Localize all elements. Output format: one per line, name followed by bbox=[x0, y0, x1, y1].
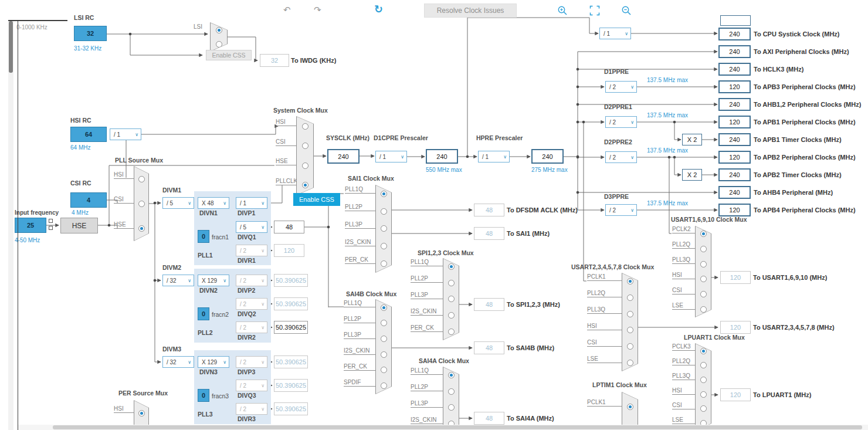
divr2-dropdown[interactable]: / 2∨ bbox=[236, 321, 267, 333]
divq3-dropdown[interactable]: / 2∨ bbox=[236, 380, 267, 391]
divp2-dropdown[interactable]: / 2∨ bbox=[236, 275, 267, 286]
mux-radio-CSI[interactable] bbox=[138, 201, 145, 207]
refresh-icon[interactable]: ↻ bbox=[374, 3, 383, 16]
resolve-clock-issues-button[interactable]: Resolve Clock Issues bbox=[424, 4, 517, 18]
dropdown-value: / 2 bbox=[236, 406, 261, 412]
mux-radio-HSI[interactable] bbox=[138, 176, 145, 182]
divp3-dropdown[interactable]: / 2∨ bbox=[236, 356, 267, 368]
hpre-dropdown[interactable]: / 1∨ bbox=[478, 151, 510, 162]
mux-radio-PCLK2[interactable] bbox=[700, 231, 707, 237]
enable-css-disabled-button[interactable]: Enable CSS bbox=[206, 50, 252, 60]
divm3-dropdown[interactable]: / 32∨ bbox=[162, 356, 194, 368]
fracn3-field[interactable]: 0 bbox=[198, 389, 209, 402]
lsi-rc-value[interactable]: 32 bbox=[74, 26, 107, 41]
hsi-rc-value[interactable]: 64 bbox=[70, 127, 107, 142]
mux-radio-HSE[interactable] bbox=[138, 225, 145, 232]
mux-radio-PER_CK[interactable] bbox=[381, 260, 387, 267]
vertical-scrollbar-thumb[interactable] bbox=[9, 21, 13, 73]
mux-radio-opt1[interactable] bbox=[216, 41, 222, 48]
mux-radio-PLL3P[interactable] bbox=[381, 336, 387, 342]
mux-radio-PLL2P[interactable] bbox=[448, 280, 455, 286]
mux-input-label: HSI bbox=[114, 171, 124, 178]
divq2-dropdown[interactable]: / 2∨ bbox=[236, 298, 267, 310]
mux-radio-PLL3P[interactable] bbox=[448, 296, 455, 302]
mux-radio-PLL2P[interactable] bbox=[381, 320, 387, 326]
mux-radio-SPDIF[interactable] bbox=[381, 382, 387, 389]
mux-radio-HSI[interactable] bbox=[627, 327, 633, 333]
hse-wire-handle-top[interactable] bbox=[49, 219, 53, 223]
csi-rc-value[interactable]: 4 bbox=[70, 192, 107, 208]
mux-radio-PLL2Q[interactable] bbox=[700, 362, 707, 368]
hsi-divider-dropdown[interactable]: / 1∨ bbox=[110, 128, 141, 140]
mux-radio-CSI[interactable] bbox=[700, 405, 707, 412]
mux-input-label: PCLK1 bbox=[587, 399, 606, 406]
horizontal-scrollbar-thumb[interactable] bbox=[53, 425, 862, 429]
mux-radio-I2S_CKIN[interactable] bbox=[381, 351, 387, 358]
zoom-in-icon[interactable] bbox=[557, 5, 568, 16]
mux-radio-PLL2Q[interactable] bbox=[700, 246, 707, 252]
mux-radio-PCLK3[interactable] bbox=[700, 348, 707, 354]
divr3-label: DIVR3 bbox=[238, 415, 256, 422]
enable-css-button[interactable]: Enable CSS bbox=[293, 193, 340, 206]
mux-radio-LSE[interactable] bbox=[700, 306, 707, 313]
zoom-out-icon[interactable] bbox=[621, 5, 632, 16]
mux-radio-opt0[interactable] bbox=[216, 27, 222, 33]
horizontal-scrollbar[interactable] bbox=[18, 425, 868, 430]
divm2-dropdown[interactable]: / 32∨ bbox=[162, 275, 194, 286]
divm1-dropdown[interactable]: / 5∨ bbox=[162, 197, 194, 209]
mux-radio-HSI[interactable] bbox=[700, 276, 707, 282]
hse-input-frequency-field[interactable]: 25 bbox=[15, 218, 46, 233]
mux-radio-PLL2P[interactable] bbox=[448, 388, 455, 395]
mux-radio-PER_CK[interactable] bbox=[448, 329, 455, 335]
fracn1-field[interactable]: 0 bbox=[198, 230, 209, 243]
divr3-dropdown[interactable]: / 2∨ bbox=[236, 403, 267, 415]
divn2-dropdown[interactable]: X 129∨ bbox=[198, 275, 229, 286]
mux-radio-LSE[interactable] bbox=[627, 360, 633, 366]
d2ppre1-dropdown[interactable]: / 2∨ bbox=[605, 116, 637, 128]
mux-radio-CSI[interactable] bbox=[302, 143, 308, 149]
mux-radio-CSI[interactable] bbox=[627, 343, 633, 350]
mux-radio-PLL2Q[interactable] bbox=[627, 294, 633, 301]
divn3-dropdown[interactable]: X 129∨ bbox=[198, 356, 229, 368]
mux-radio-PLL2P[interactable] bbox=[381, 208, 387, 215]
mux-radio-PLL3Q[interactable] bbox=[700, 377, 707, 383]
redo-icon[interactable]: ↷ bbox=[314, 5, 321, 15]
mux-radio-CSI[interactable] bbox=[700, 291, 707, 297]
mux-radio-PCLK1[interactable] bbox=[627, 404, 633, 410]
mux-radio-HSE[interactable] bbox=[302, 162, 308, 169]
mux-radio-PER_CK[interactable] bbox=[381, 367, 387, 373]
d1cpre-dropdown[interactable]: / 1∨ bbox=[375, 151, 407, 162]
divr1-dropdown[interactable]: / 2∨ bbox=[236, 245, 267, 256]
mux-input-label: I2S_CKIN bbox=[411, 308, 436, 315]
apb3-clock-value: 120 bbox=[718, 80, 751, 93]
d3ppre-dropdown[interactable]: / 2∨ bbox=[605, 204, 637, 216]
mux-radio-PLL1Q[interactable] bbox=[381, 191, 387, 197]
mux-radio-PLL3P[interactable] bbox=[381, 225, 387, 232]
mux-radio-PLLCLK[interactable] bbox=[302, 182, 308, 188]
divn1-dropdown[interactable]: X 48∨ bbox=[198, 197, 229, 209]
divp1-dropdown[interactable]: / 1∨ bbox=[236, 197, 267, 209]
mux-radio-HSI[interactable] bbox=[138, 410, 145, 417]
dropdown-value: / 1 bbox=[600, 31, 625, 37]
divq1-dropdown[interactable]: / 5∨ bbox=[236, 221, 267, 233]
mux-radio-HSI[interactable] bbox=[302, 123, 308, 130]
d1ppre-dropdown[interactable]: / 2∨ bbox=[605, 81, 637, 93]
chevron-down-icon: ∨ bbox=[261, 278, 267, 283]
fracn2-field[interactable]: 0 bbox=[198, 307, 209, 320]
d2ppre2-dropdown[interactable]: / 2∨ bbox=[605, 151, 637, 163]
mux-radio-PLL1Q[interactable] bbox=[448, 263, 455, 270]
vertical-scrollbar[interactable] bbox=[8, 21, 13, 430]
systick-divider-dropdown[interactable]: / 1∨ bbox=[599, 28, 631, 39]
mux-radio-PLL3Q[interactable] bbox=[700, 261, 707, 268]
mux-radio-PLL1Q[interactable] bbox=[448, 372, 455, 378]
fit-screen-icon[interactable] bbox=[589, 5, 600, 16]
mux-radio-PLL1Q[interactable] bbox=[381, 304, 387, 311]
mux-radio-PLL3P[interactable] bbox=[448, 404, 455, 411]
mux-radio-I2S_CKIN[interactable] bbox=[381, 243, 387, 249]
mux-radio-HSI[interactable] bbox=[700, 391, 707, 398]
undo-icon[interactable]: ↶ bbox=[283, 5, 291, 15]
mux-radio-PLL3Q[interactable] bbox=[627, 311, 633, 317]
mux-radio-I2S_CKIN[interactable] bbox=[448, 312, 455, 319]
hse-wire-handle-bottom[interactable] bbox=[49, 226, 53, 230]
mux-radio-PCLK1[interactable] bbox=[627, 278, 633, 285]
